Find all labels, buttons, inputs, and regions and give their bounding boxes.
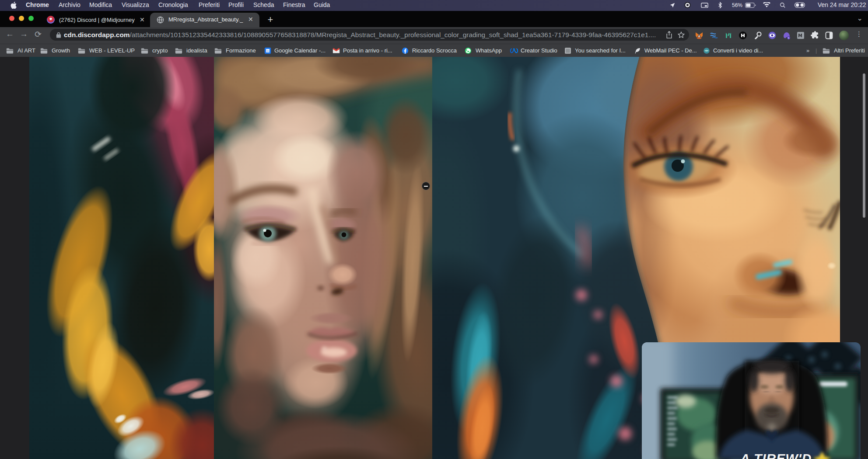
svg-text:31: 31: [266, 49, 270, 53]
svg-text:A TIREW'D: A TIREW'D: [740, 451, 812, 459]
svg-text:5: 5: [788, 37, 789, 39]
